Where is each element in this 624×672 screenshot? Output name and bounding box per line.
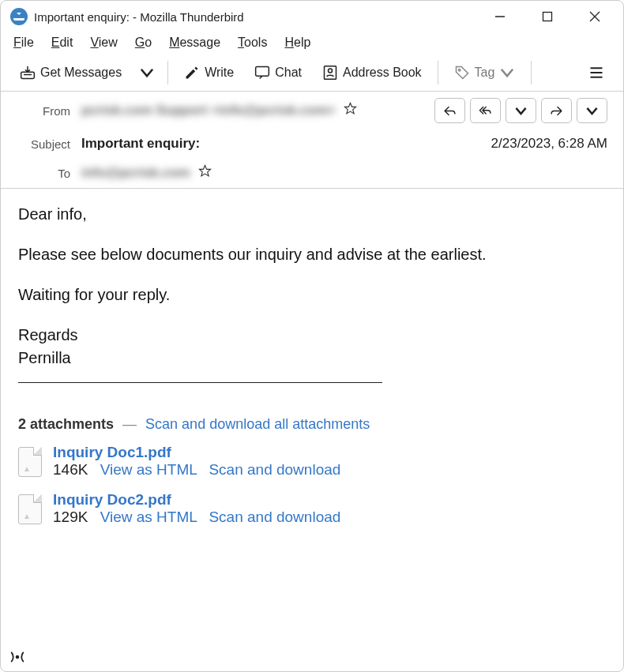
header-subject-row: Subject Important enquiry: 2/23/2023, 6:… [1,130,623,158]
scan-download-link[interactable]: Scan and download [209,461,340,478]
header-subject-label: Subject [17,137,70,151]
body-signoff: Regards Pernilla [18,324,606,370]
minimize-button[interactable] [489,6,511,28]
get-messages-label: Get Messages [40,66,122,80]
maximize-button[interactable] [536,6,558,28]
chat-label: Chat [275,66,302,80]
tag-label: Tag [475,66,495,80]
svg-point-7 [329,69,333,73]
app-menu-button[interactable] [581,59,612,86]
toolbar-separator [167,61,168,84]
view-html-link[interactable]: View as HTML [100,461,197,478]
menu-edit[interactable]: Edit [51,36,73,50]
svg-rect-4 [21,72,35,78]
get-messages-dropdown[interactable] [134,59,160,86]
file-icon[interactable] [18,494,42,524]
menu-tools[interactable]: Tools [238,36,267,50]
menu-message[interactable]: Message [169,36,220,50]
header-from-row: From pcrisk.com Support <info@pcrisk.com… [1,92,623,130]
header-to-row: To info@pcrisk.com [1,158,623,188]
attachment-filename[interactable]: Inquiry Doc2.pdf [53,491,340,509]
menu-go[interactable]: Go [135,36,152,50]
scan-download-link[interactable]: Scan and download [209,509,340,525]
more-actions-dropdown[interactable] [577,98,607,123]
address-book-icon [322,65,338,81]
header-from-label: From [17,104,70,118]
tag-icon [454,65,470,81]
signature-divider [18,382,382,383]
write-button[interactable]: Write [176,59,242,86]
svg-marker-12 [344,103,355,113]
star-to-button[interactable] [198,164,212,182]
toolbar-separator [531,61,532,84]
menubar: File Edit View Go Message Tools Help [1,32,623,54]
close-button[interactable] [584,6,606,28]
menu-view[interactable]: View [90,36,117,50]
attachments-header: 2 attachments — Scan and download all at… [18,416,606,433]
chat-button[interactable]: Chat [246,59,310,86]
window-controls [489,6,614,28]
toolbar-separator [438,61,438,84]
menu-file[interactable]: File [13,36,34,50]
online-status-icon[interactable] [9,648,26,669]
hamburger-icon [588,65,604,81]
file-icon[interactable] [18,447,42,477]
attachment-item: Inquiry Doc1.pdf 146K View as HTML Scan … [18,444,606,479]
message-body: Dear info, Please see below documents ou… [1,189,623,416]
attachment-size: 146K [53,461,88,478]
svg-rect-5 [256,67,269,77]
menu-help[interactable]: Help [284,36,310,50]
body-greeting: Dear info, [18,203,606,226]
chevron-down-icon [499,65,515,81]
address-book-button[interactable]: Address Book [314,59,430,86]
forward-button[interactable] [541,98,572,123]
titlebar: Important enquiry: - Mozilla Thunderbird [1,1,623,32]
star-from-button[interactable] [344,102,357,119]
attachment-filename[interactable]: Inquiry Doc1.pdf [53,444,340,461]
header-to-label: To [17,167,70,180]
body-paragraph: Waiting for your reply. [18,283,606,306]
header-from-value: pcrisk.com Support <info@pcrisk.com> [81,103,336,118]
pencil-icon [184,65,200,81]
message-headers: From pcrisk.com Support <info@pcrisk.com… [1,92,623,189]
message-actions [434,98,607,123]
attachment-size: 129K [53,509,88,525]
window-title: Important enquiry: - Mozilla Thunderbird [34,10,489,24]
status-bar [1,646,623,671]
svg-point-14 [16,655,20,659]
reply-all-dropdown[interactable] [506,98,536,123]
svg-rect-1 [543,13,552,21]
header-subject-value: Important enquiry: [81,136,200,152]
attachment-item: Inquiry Doc2.pdf 129K View as HTML Scan … [18,491,606,526]
toolbar: Get Messages Write Chat Address Book Tag [1,54,623,92]
view-html-link[interactable]: View as HTML [100,509,197,525]
reply-all-button[interactable] [470,98,501,123]
header-to-value: info@pcrisk.com [81,165,190,181]
tag-button[interactable]: Tag [446,59,524,86]
svg-point-8 [458,69,460,71]
chat-icon [254,65,270,81]
get-messages-button[interactable]: Get Messages [12,59,130,86]
reply-button[interactable] [434,98,465,123]
header-date: 2/23/2023, 6:28 AM [491,136,607,152]
attachments-count: 2 attachments [18,416,114,432]
chevron-down-icon [139,65,155,81]
attachments-section: 2 attachments — Scan and download all at… [1,416,623,553]
svg-marker-13 [199,165,210,175]
thunderbird-app-icon [10,8,28,25]
address-book-label: Address Book [343,66,422,80]
scan-download-all-link[interactable]: Scan and download all attachments [145,416,370,432]
download-messages-icon [20,65,36,81]
write-label: Write [205,66,234,80]
body-paragraph: Please see below documents our inquiry a… [18,243,606,266]
